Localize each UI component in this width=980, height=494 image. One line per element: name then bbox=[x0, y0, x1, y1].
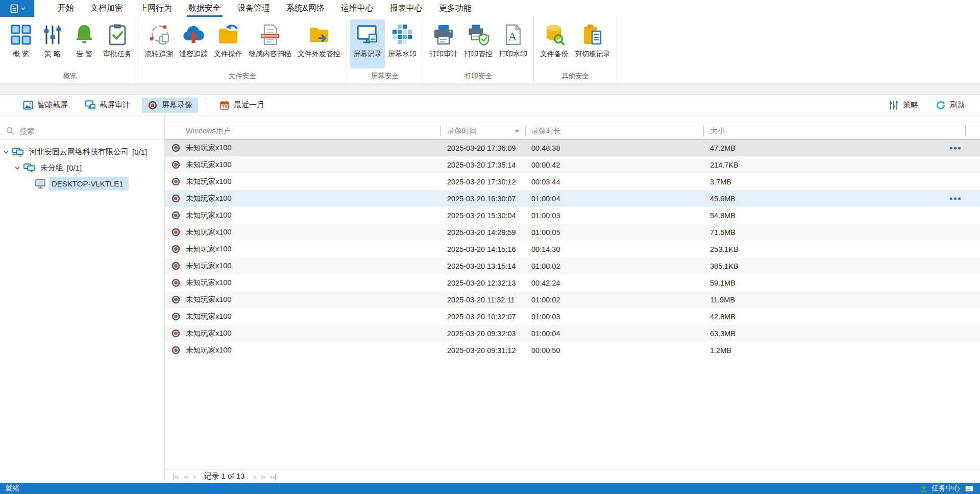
table-row[interactable]: 未知玩家x1002025-03-20 17:36:0900:48:3847.2M… bbox=[165, 139, 980, 156]
ribbon-button-label: 打印水印 bbox=[499, 50, 527, 59]
table-row[interactable]: 未知玩家x1002025-03-20 15:30:0401:00:0354.8M… bbox=[165, 207, 980, 224]
cell-windows-user: 未知玩家x100 bbox=[186, 345, 231, 355]
ribbon-button-policy[interactable]: 策 略 bbox=[37, 19, 68, 68]
ribbon-group: 流转追溯泄密追踪文件操作敏感内容扫描文件外发管控文件安全 bbox=[138, 17, 347, 83]
table-row[interactable]: 未知玩家x1002025-03-20 14:15:1600:14:30253.1… bbox=[165, 241, 980, 257]
ribbon-button-leak-tracking[interactable]: 泄密追踪 bbox=[176, 19, 211, 68]
ribbon-button-overview[interactable]: 概 览 bbox=[5, 19, 37, 68]
table-row[interactable]: 未知玩家x1002025-03-20 09:32:0301:00:0463.3M… bbox=[165, 325, 980, 342]
table-row[interactable]: 未知玩家x1002025-03-20 10:32:0701:00:0342.8M… bbox=[165, 308, 980, 325]
trace-cycle-icon bbox=[148, 23, 170, 46]
row-more-button[interactable] bbox=[949, 145, 962, 151]
task-center-button[interactable]: 任务中心 bbox=[919, 484, 960, 493]
content-area: 河北安固云网络科技有限公司[0/1]未分组[0/1]DESKTOP-VLKTLE… bbox=[0, 115, 980, 483]
ribbon-button-alerts[interactable]: 告 警 bbox=[68, 19, 100, 68]
ribbon-button-label: 泄密追踪 bbox=[179, 50, 208, 59]
table-row[interactable]: 未知玩家x1002025-03-20 16:30:0701:00:0445.6M… bbox=[165, 190, 980, 207]
column-header-label: Windows用户 bbox=[186, 126, 231, 136]
table-row[interactable]: 未知玩家x1002025-03-20 14:29:5901:00:0571.5M… bbox=[165, 224, 980, 241]
pagination-prev-page-button[interactable]: ‹ bbox=[190, 473, 198, 481]
menu-tab-home[interactable]: 开始 bbox=[50, 0, 82, 17]
screen-picture-icon bbox=[85, 100, 95, 110]
column-header-record-duration[interactable]: 录像时长 bbox=[526, 123, 704, 139]
ribbon-button-label: 屏幕记录 bbox=[353, 50, 382, 59]
menu-tab-data-security[interactable]: 数据安全 bbox=[180, 0, 229, 17]
cell-size: 71.5MB bbox=[704, 228, 966, 237]
menu-tab-label: 系统&网络 bbox=[286, 3, 325, 14]
ribbon-button-file-outgoing-control[interactable]: 文件外发管控 bbox=[295, 19, 344, 68]
pagination-fast-prev-button[interactable]: ‹‹ bbox=[181, 473, 190, 481]
table-body: 未知玩家x1002025-03-20 17:36:0900:48:3847.2M… bbox=[165, 139, 980, 359]
table-row[interactable]: 未知玩家x1002025-03-20 11:32:1101:00:0211.9M… bbox=[165, 291, 980, 308]
cell-record-time: 2025-03-20 09:32:03 bbox=[441, 330, 526, 338]
pagination-first-page-button[interactable]: |‹‹ bbox=[170, 473, 181, 481]
record-icon bbox=[171, 244, 181, 254]
toolbar-button-label: 屏幕录像 bbox=[162, 100, 192, 110]
toolbar-button-last-month[interactable]: 23最近一月 bbox=[214, 98, 270, 113]
cell-size: 1.2MB bbox=[704, 346, 966, 355]
menu-tab-internet-behavior[interactable]: 上网行为 bbox=[131, 0, 180, 17]
pagination-last-page-button[interactable]: ››| bbox=[267, 473, 279, 481]
toolbar-button-smart-screenshot[interactable]: 智能截屏 bbox=[17, 98, 74, 113]
cell-size: 42.8MB bbox=[704, 313, 966, 321]
menu-tab-more-features[interactable]: 更多功能 bbox=[431, 0, 480, 17]
ribbon-toolbar: 概 览策 略告 警审批任务概览流转追溯泄密追踪文件操作敏感内容扫描文件外发管控文… bbox=[0, 17, 980, 83]
table-row[interactable]: 未知玩家x1002025-03-20 12:32:1300:42:2459.1M… bbox=[165, 274, 980, 291]
menu-tab-ops-center[interactable]: 运维中心 bbox=[333, 0, 382, 17]
status-text: 就绪 bbox=[5, 484, 19, 493]
menu-tab-report-center[interactable]: 报表中心 bbox=[382, 0, 431, 17]
folder-export-icon bbox=[308, 23, 330, 46]
ribbon-button-print-audit[interactable]: 打印审计 bbox=[426, 19, 461, 68]
ribbon-button-label: 策 略 bbox=[44, 50, 61, 59]
cell-record-time: 2025-03-20 15:30:04 bbox=[441, 211, 526, 220]
table-row[interactable]: 未知玩家x1002025-03-20 17:35:1400:00:42214.7… bbox=[165, 156, 980, 173]
sort-desc-icon[interactable] bbox=[514, 129, 520, 133]
cell-windows-user: 未知玩家x100 bbox=[186, 177, 231, 186]
org-computers-icon bbox=[12, 147, 23, 157]
menu-tab-system-network[interactable]: 系统&网络 bbox=[278, 0, 333, 17]
ribbon-group-label: 文件安全 bbox=[138, 72, 347, 81]
cell-size: 11.9MB bbox=[704, 296, 966, 304]
pagination-next-page-button[interactable]: › bbox=[251, 473, 258, 481]
app-menu-button[interactable] bbox=[0, 0, 34, 17]
ribbon-button-file-operations[interactable]: 文件操作 bbox=[211, 19, 246, 68]
column-header-windows-user[interactable]: Windows用户 bbox=[165, 123, 441, 139]
cell-record-duration: 00:48:38 bbox=[526, 144, 704, 152]
ribbon-button-screen-recording[interactable]: 屏幕记录 bbox=[350, 19, 385, 68]
table-row[interactable]: 未知玩家x1002025-03-20 09:31:1200:00:501.2MB bbox=[165, 342, 980, 359]
ribbon-button-sensitive-content-scan[interactable]: 敏感内容扫描 bbox=[246, 19, 295, 68]
table-row[interactable]: 未知玩家x1002025-03-20 13:15:1401:00:02385.1… bbox=[165, 257, 980, 274]
message-icon[interactable] bbox=[965, 484, 974, 493]
menu-tab-label: 更多功能 bbox=[439, 3, 472, 14]
tree-node-desktop-vlktle1[interactable]: DESKTOP-VLKTLE1 bbox=[0, 176, 164, 192]
menu-tab-device-management[interactable]: 设备管理 bbox=[229, 0, 278, 17]
tree-node-company-root[interactable]: 河北安固云网络科技有限公司[0/1] bbox=[0, 144, 164, 160]
toolbar-button-refresh[interactable]: 刷新 bbox=[930, 98, 971, 113]
cell-windows-user: 未知玩家x100 bbox=[186, 261, 231, 271]
toolbar-button-screen-recording[interactable]: 屏幕录像 bbox=[142, 98, 198, 113]
toolbar-button-policy[interactable]: 策略 bbox=[883, 98, 924, 113]
ribbon-button-print-watermark[interactable]: A打印水印 bbox=[496, 19, 530, 68]
cell-record-time: 2025-03-20 11:32:11 bbox=[441, 296, 526, 304]
ribbon-button-file-backup[interactable]: 文件备份 bbox=[537, 19, 572, 68]
pagination-fast-next-button[interactable]: ›› bbox=[258, 473, 267, 481]
column-header-size[interactable]: 大小 bbox=[704, 123, 966, 139]
cell-windows-user: 未知玩家x100 bbox=[186, 312, 231, 321]
cell-record-time: 2025-03-20 13:15:14 bbox=[441, 262, 526, 270]
menu-tab-doc-encryption[interactable]: 文档加密 bbox=[82, 0, 131, 17]
search-input[interactable] bbox=[19, 127, 159, 135]
column-header-record-time[interactable]: 录像时间 bbox=[441, 123, 526, 139]
ribbon-group-label: 屏幕安全 bbox=[347, 72, 423, 81]
ribbon-button-clipboard-records[interactable]: 剪切板记录 bbox=[572, 19, 614, 68]
ribbon-button-file-trace[interactable]: 流转追溯 bbox=[141, 19, 176, 68]
cell-windows-user: 未知玩家x100 bbox=[186, 244, 231, 254]
table-row[interactable]: 未知玩家x1002025-03-20 17:30:1200:03:443.7MB bbox=[165, 173, 980, 190]
chevron-down-icon[interactable] bbox=[13, 164, 21, 172]
toolbar-button-screenshot-audit[interactable]: 截屏审计 bbox=[80, 98, 136, 113]
ribbon-button-print-control[interactable]: 打印管控 bbox=[461, 19, 496, 68]
row-more-button[interactable] bbox=[949, 195, 962, 202]
ribbon-button-screen-watermark[interactable]: 屏幕水印 bbox=[385, 19, 420, 68]
chevron-down-icon[interactable] bbox=[2, 148, 10, 156]
tree-node-ungrouped[interactable]: 未分组[0/1] bbox=[0, 160, 164, 176]
ribbon-button-approval-tasks[interactable]: 审批任务 bbox=[100, 19, 135, 68]
